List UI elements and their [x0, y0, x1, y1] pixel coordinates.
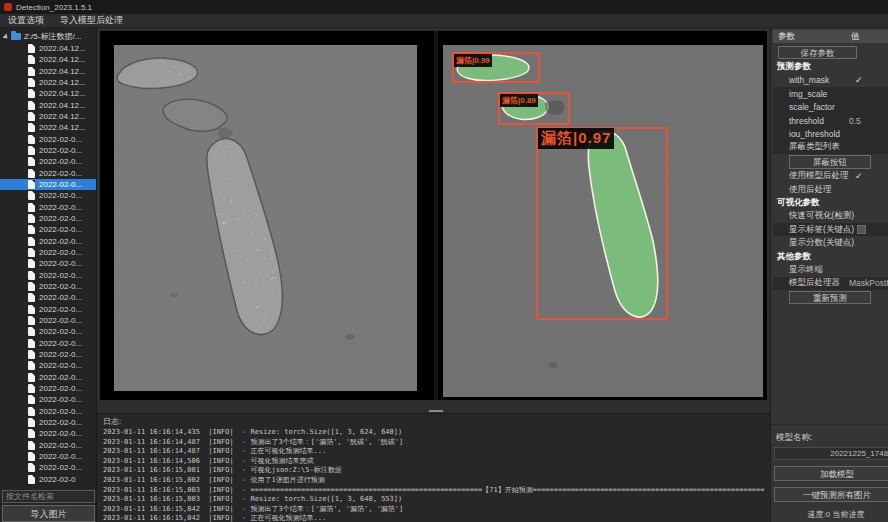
param-button[interactable]: 重新预测 [789, 291, 871, 304]
original-image-panel[interactable] [100, 31, 434, 400]
tree-item[interactable]: 2022-02-0... [0, 315, 97, 326]
tree-item[interactable]: 2022.04.12... [0, 111, 97, 122]
tree-item[interactable]: 2022.04.12... [0, 54, 97, 65]
tree-item[interactable]: 2022.04.12... [0, 77, 97, 88]
log-line: 2023-01-11 16:16:14,435 |INFO| - Resize:… [97, 428, 770, 438]
log-splitter[interactable] [97, 403, 770, 413]
detection-label: 漏箔|0.99 [454, 54, 492, 67]
tree-item[interactable]: 2022-02-0... [0, 406, 97, 417]
original-image [114, 45, 417, 391]
tree-item[interactable]: 2022-02-0... [0, 394, 97, 405]
param-row[interactable]: 模型后处理器MaskPostPro [773, 277, 888, 290]
tree-item[interactable]: 2022-02-0... [0, 134, 97, 145]
tree-item[interactable]: 2022.04.12... [0, 43, 97, 54]
param-row[interactable]: scale_factor [773, 101, 888, 114]
param-section-header: 可视化参数 [771, 196, 888, 209]
file-sidebar: Z:/5-标注数据/... 2022.04.12...2022.04.12...… [0, 28, 97, 522]
param-section-header: 预测参数 [771, 60, 888, 73]
param-value[interactable]: 0.5 [849, 116, 861, 126]
file-icon [28, 169, 35, 178]
file-icon [28, 237, 35, 246]
tree-item[interactable]: 2022.04.12... [0, 100, 97, 111]
tree-item[interactable]: 2022-02-0 [0, 473, 97, 484]
tree-root-folder[interactable]: Z:/5-标注数据/... [0, 30, 97, 43]
log-line: 2023-01-11 16:16:15,042 |INFO| - 预测出了3个结… [97, 505, 770, 515]
tree-item[interactable]: 2022-02-0... [0, 190, 97, 201]
splitter-handle-icon[interactable] [429, 410, 443, 412]
tree-item-label: 2022-02-0... [39, 350, 82, 359]
param-label: 其他参数 [771, 251, 811, 263]
load-model-button[interactable]: 加载模型 [774, 466, 888, 481]
param-row[interactable]: iou_threshold [773, 127, 888, 140]
params-rows: 保存参数预测参数with_mask✓img_scalescale_factort… [771, 45, 888, 305]
model-name-field[interactable]: 20221225_174813 [774, 447, 888, 460]
tree-item[interactable]: 2022-02-0... [0, 202, 97, 213]
prediction-image-panel[interactable]: 漏箔|0.99 漏箔|0.89 漏箔|0.97 [438, 31, 767, 400]
predict-all-button[interactable]: 一键预测所有图片 [774, 487, 888, 502]
tree-item-label: 2022.04.12... [39, 55, 86, 64]
param-row[interactable]: 使用后处理 [771, 183, 888, 196]
tree-item[interactable]: 2022-02-0... [0, 213, 97, 224]
param-button[interactable]: 屏蔽按钮 [789, 155, 871, 168]
tree-item[interactable]: 2022-02-0... [0, 417, 97, 428]
model-name-label: 模型名称: [771, 425, 888, 447]
search-input[interactable] [2, 490, 95, 503]
param-button[interactable]: 保存参数 [778, 46, 857, 59]
param-row[interactable]: threshold0.5 [773, 114, 888, 127]
tree-item[interactable]: 2022.04.12... [0, 88, 97, 99]
tree-item-label: 2022-02-0... [39, 169, 82, 178]
tree-item[interactable]: 2022.04.12... [0, 66, 97, 77]
tree-item[interactable]: 2022-02-0... [0, 428, 97, 439]
menu-settings[interactable]: 设置选项 [8, 14, 44, 27]
check-icon[interactable]: ✓ [855, 75, 863, 85]
tree-item[interactable]: 2022-02-0... [0, 156, 97, 167]
tree-item[interactable]: 2022-02-0... [0, 338, 97, 349]
tree-item[interactable]: 2022-02-0... [0, 270, 97, 281]
param-label: 使用后处理 [771, 184, 832, 196]
tree-item[interactable]: 2022.04.12... [0, 122, 97, 133]
param-value[interactable]: MaskPostPro [849, 278, 888, 288]
tree-item[interactable]: 2022-02-0... [0, 168, 97, 179]
tree-item[interactable]: 2022-02-0... [0, 247, 97, 258]
tree-item-label: 2022-02-0... [39, 407, 82, 416]
tree-item[interactable]: 2022-02-0... [0, 462, 97, 473]
param-row[interactable]: 显示终端 [771, 263, 888, 276]
tree-item[interactable]: 2022-02-0... [0, 372, 97, 383]
tree-item[interactable]: 2022-02-0... [0, 326, 97, 337]
check-icon[interactable]: ✓ [855, 171, 863, 181]
param-row[interactable]: 显示分数(关键点) [771, 236, 888, 249]
param-row[interactable]: 屏蔽类型列表 [773, 141, 888, 154]
params-header-name: 参数 [773, 31, 851, 43]
tree-item[interactable]: 2022-02-0... [0, 451, 97, 462]
log-panel[interactable]: 日志: 2023-01-11 16:16:14,435 |INFO| - Res… [97, 413, 770, 522]
tree-item[interactable]: 2022-02-0... [0, 236, 97, 247]
menu-import-postprocess[interactable]: 导入模型后处理 [60, 14, 123, 27]
tree-item[interactable]: 2022-02-0... [0, 179, 97, 190]
log-line: 2023-01-11 16:16:15,002 |INFO| - 使用了1张图片… [97, 476, 770, 486]
param-row[interactable]: 快速可视化(检测) [771, 210, 888, 223]
checkbox[interactable] [857, 225, 866, 234]
param-row[interactable]: img_scale [773, 87, 888, 100]
tree-item[interactable]: 2022-02-0... [0, 304, 97, 315]
tree-item[interactable]: 2022-02-0... [0, 224, 97, 235]
tree-item-label: 2022-02-0... [39, 146, 82, 155]
tree-item[interactable]: 2022-02-0... [0, 258, 97, 269]
expand-arrow-icon[interactable] [2, 33, 9, 40]
tree-item[interactable]: 2022-02-0... [0, 292, 97, 303]
file-icon [28, 101, 35, 110]
param-row[interactable]: with_mask✓ [771, 74, 888, 87]
tree-item[interactable]: 2022-02-0... [0, 360, 97, 371]
tree-item[interactable]: 2022-02-0... [0, 439, 97, 450]
tree-item[interactable]: 2022-02-0... [0, 383, 97, 394]
import-images-button[interactable]: 导入图片 [2, 505, 95, 522]
file-icon [28, 282, 35, 291]
tree-item[interactable]: 2022-02-0... [0, 145, 97, 156]
file-icon [28, 123, 35, 132]
file-icon [28, 112, 35, 121]
param-row[interactable]: 显示标签(关键点) [773, 223, 888, 236]
tree-item-label: 2022-02-0... [39, 463, 82, 472]
param-row[interactable]: 使用模型后处理✓ [771, 170, 888, 183]
tree-item[interactable]: 2022-02-0... [0, 349, 97, 360]
tree-item-label: 2022-02-0... [39, 361, 82, 370]
tree-item[interactable]: 2022-02-0... [0, 281, 97, 292]
